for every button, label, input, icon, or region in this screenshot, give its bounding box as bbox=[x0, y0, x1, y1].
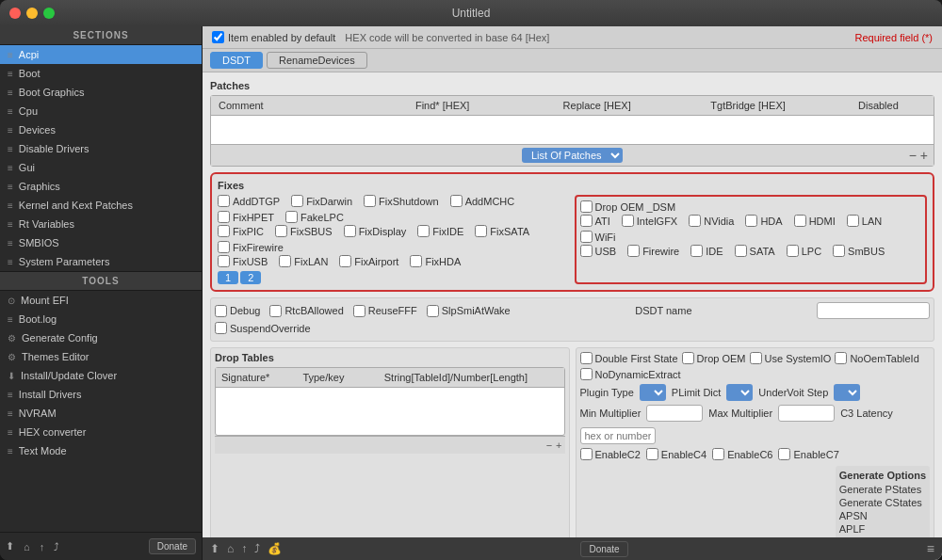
tool-themes-editor[interactable]: ⚙ Themes Editor bbox=[0, 347, 202, 366]
tool-boot-log[interactable]: ≡ Boot.log bbox=[0, 310, 202, 328]
gen-opt-pstates[interactable]: Generate PStates bbox=[839, 484, 926, 495]
tool-generate-config[interactable]: ⚙ Generate Config bbox=[0, 328, 202, 347]
tab-dsdt[interactable]: DSDT bbox=[210, 52, 263, 69]
cb-no-dynamic-extract[interactable]: NoDynamicExtract bbox=[580, 368, 931, 380]
donate-button[interactable]: Donate bbox=[580, 541, 627, 557]
maximize-button[interactable] bbox=[43, 8, 55, 19]
max-mult-input[interactable] bbox=[778, 405, 835, 422]
page-tab-1[interactable]: 1 bbox=[218, 271, 238, 284]
minus-button[interactable]: − bbox=[909, 148, 917, 163]
plus-button[interactable]: + bbox=[556, 440, 561, 451]
sidebar-item-kernel-kext[interactable]: ≡ Kernel and Kext Patches bbox=[0, 196, 202, 215]
item-enabled-checkbox[interactable]: Item enabled by default bbox=[212, 31, 335, 43]
tab-rename-devices[interactable]: RenameDevices bbox=[267, 52, 367, 69]
cb-smbus[interactable]: SmBUS bbox=[833, 245, 885, 257]
cb-hdmi[interactable]: HDMI bbox=[794, 215, 836, 227]
share-icon[interactable]: ⤴ bbox=[254, 542, 260, 555]
cb-fixdisplay[interactable]: FixDisplay bbox=[344, 225, 407, 237]
sidebar-item-acpi[interactable]: ≡ Acpi bbox=[0, 45, 202, 64]
list-of-patches-select[interactable]: List Of Patches bbox=[522, 148, 623, 163]
plimit-dict-select[interactable] bbox=[726, 384, 753, 401]
sidebar-item-devices[interactable]: ≡ Devices bbox=[0, 120, 202, 139]
cb-nooem-tableid[interactable]: NoOemTableId bbox=[835, 352, 918, 364]
cb-fixhpet[interactable]: FixHPET bbox=[218, 211, 274, 223]
gen-opt-cstates[interactable]: Generate CStates bbox=[839, 497, 926, 508]
hamburger-menu[interactable]: ≡ bbox=[927, 541, 934, 556]
cb-enablec4[interactable]: EnableC4 bbox=[646, 448, 706, 460]
cb-slpsmi[interactable]: SlpSmiAtWake bbox=[427, 305, 511, 317]
sidebar-item-rt-variables[interactable]: ≡ Rt Variables bbox=[0, 215, 202, 233]
cb-adddtgp[interactable]: AddDTGP bbox=[218, 195, 280, 207]
cb-fixusb[interactable]: FixUSB bbox=[218, 255, 268, 267]
page-tab-2[interactable]: 2 bbox=[240, 271, 261, 284]
cb-fakelpc[interactable]: FakeLPC bbox=[285, 211, 344, 223]
cb-intelgfx[interactable]: IntelGFX bbox=[622, 215, 677, 227]
c3-latency-input[interactable] bbox=[580, 427, 656, 444]
upload-icon[interactable]: ↑ bbox=[241, 542, 247, 555]
cb-usb[interactable]: USB bbox=[580, 245, 617, 257]
export-icon[interactable]: ⬆ bbox=[6, 540, 14, 552]
cb-fixide[interactable]: FixIDE bbox=[417, 225, 463, 237]
sidebar-item-boot[interactable]: ≡ Boot bbox=[0, 64, 202, 83]
cb-drop-oem[interactable]: Drop OEM bbox=[682, 352, 746, 364]
cb-reusefff[interactable]: ReuseFFF bbox=[353, 305, 417, 317]
cb-fixsata[interactable]: FixSATA bbox=[475, 225, 529, 237]
paypal-icon[interactable]: 💰 bbox=[268, 542, 282, 555]
plugin-type-select[interactable] bbox=[640, 384, 666, 401]
gen-opt-aplf[interactable]: APLF bbox=[839, 523, 926, 535]
cb-rtcballowed[interactable]: RtcBAllowed bbox=[269, 305, 343, 317]
cb-firewire[interactable]: Firewire bbox=[627, 245, 679, 257]
dsdt-name-input[interactable] bbox=[817, 302, 930, 319]
min-mult-input[interactable] bbox=[646, 405, 703, 422]
cb-ide[interactable]: IDE bbox=[690, 245, 723, 257]
cb-addmchc[interactable]: AddMCHC bbox=[450, 195, 515, 207]
sidebar-item-cpu[interactable]: ≡ Cpu bbox=[0, 102, 202, 120]
tool-install-clover[interactable]: ⬇ Install/Update Clover bbox=[0, 366, 202, 385]
sidebar-item-graphics[interactable]: ≡ Graphics bbox=[0, 177, 202, 196]
tool-hex-converter[interactable]: ≡ HEX converter bbox=[0, 423, 202, 441]
cb-enablec7[interactable]: EnableC7 bbox=[778, 448, 838, 460]
cb-enablec6[interactable]: EnableC6 bbox=[712, 448, 772, 460]
cb-fixfirewire[interactable]: FixFirewire bbox=[218, 241, 284, 253]
sidebar-item-boot-graphics[interactable]: ≡ Boot Graphics bbox=[0, 83, 202, 102]
cb-use-systemio[interactable]: Use SystemIO bbox=[750, 352, 832, 364]
undervolt-select[interactable] bbox=[834, 384, 860, 401]
cb-fixdarwin[interactable]: FixDarwin bbox=[291, 195, 352, 207]
cb-debug[interactable]: Debug bbox=[215, 305, 260, 317]
cb-fixlan[interactable]: FixLAN bbox=[279, 255, 328, 267]
cb-enablec2[interactable]: EnableC2 bbox=[580, 448, 641, 460]
cb-fixpic[interactable]: FixPIC bbox=[218, 225, 264, 237]
home-icon[interactable]: ⌂ bbox=[24, 541, 30, 552]
sidebar-item-smbios[interactable]: ≡ SMBIOS bbox=[0, 233, 202, 252]
minus-button[interactable]: − bbox=[546, 440, 552, 451]
tool-mount-efi[interactable]: ⊙ Mount EFI bbox=[0, 291, 202, 310]
cb-fixhda[interactable]: FixHDA bbox=[410, 255, 461, 267]
cb-double-first-state[interactable]: Double First State bbox=[580, 352, 678, 364]
donate-button[interactable]: Donate bbox=[149, 538, 196, 554]
cb-lpc[interactable]: LPC bbox=[787, 245, 821, 257]
cb-lan[interactable]: LAN bbox=[847, 215, 882, 227]
home-icon[interactable]: ⌂ bbox=[227, 542, 234, 555]
cb-suspend-override[interactable]: SuspendOverride bbox=[215, 322, 311, 334]
cb-drop-oem-dsm[interactable]: Drop OEM _DSM bbox=[580, 200, 676, 213]
share-icon[interactable]: ⤴ bbox=[54, 541, 59, 552]
cb-fixsbus[interactable]: FixSBUS bbox=[275, 225, 333, 237]
cb-sata[interactable]: SATA bbox=[735, 245, 775, 257]
tool-nvram[interactable]: ≡ NVRAM bbox=[0, 404, 202, 423]
sidebar-item-gui[interactable]: ≡ Gui bbox=[0, 158, 202, 177]
tool-text-mode[interactable]: ≡ Text Mode bbox=[0, 441, 202, 460]
tool-install-drivers[interactable]: ≡ Install Drivers bbox=[0, 385, 202, 404]
cb-wifi[interactable]: WiFi bbox=[580, 231, 616, 243]
cb-fixshutdown[interactable]: FixShutdown bbox=[364, 195, 439, 207]
sidebar-item-system-parameters[interactable]: ≡ System Parameters bbox=[0, 252, 202, 271]
upload-icon[interactable]: ↑ bbox=[40, 541, 45, 552]
plus-button[interactable]: + bbox=[920, 148, 928, 163]
export-icon[interactable]: ⬆ bbox=[210, 542, 219, 555]
cb-nvidia[interactable]: NVidia bbox=[689, 215, 734, 227]
gen-opt-apsn[interactable]: APSN bbox=[839, 510, 926, 521]
cb-hda[interactable]: HDA bbox=[745, 215, 782, 227]
sidebar-item-disable-drivers[interactable]: ≡ Disable Drivers bbox=[0, 139, 202, 158]
cb-fixairport[interactable]: FixAirport bbox=[339, 255, 398, 267]
close-button[interactable] bbox=[9, 8, 21, 19]
cb-ati[interactable]: ATI bbox=[580, 215, 610, 227]
